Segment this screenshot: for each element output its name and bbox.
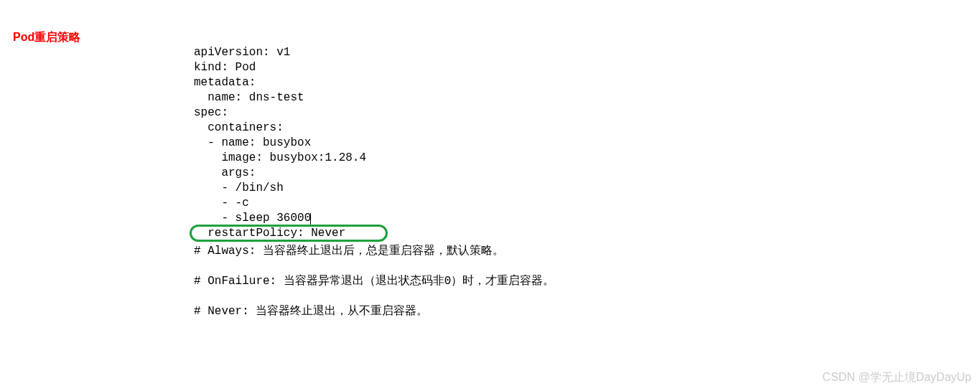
text-cursor [310,213,311,225]
yaml-code-block: apiVersion: v1 kind: Pod metadata: name:… [194,30,366,241]
yaml-line: - name: busybox [194,136,311,149]
comments-block: # Always: 当容器终止退出后，总是重启容器，默认策略。 # OnFail… [194,244,554,334]
yaml-line: args: [194,166,256,179]
yaml-line: name: dns-test [194,91,304,104]
comment-onfailure: # OnFailure: 当容器异常退出（退出状态码非0）时，才重启容器。 [194,274,554,289]
yaml-line: image: busybox:1.28.4 [194,151,366,164]
yaml-line: metadata: [194,76,256,89]
highlighted-yaml-line: restartPolicy: Never [194,226,345,241]
watermark-text: CSDN @学无止境DayDayUp [823,370,971,385]
yaml-line: - -c [194,197,249,209]
yaml-line: apiVersion: v1 [194,46,290,59]
section-heading: Pod重启策略 [13,30,80,45]
yaml-line: - sleep 36000 [194,212,311,225]
yaml-line: containers: [194,121,284,134]
yaml-line: spec: [194,106,228,119]
comment-never: # Never: 当容器终止退出，从不重启容器。 [194,304,554,319]
comment-always: # Always: 当容器终止退出后，总是重启容器，默认策略。 [194,244,554,259]
yaml-line: - /bin/sh [194,182,284,194]
yaml-line: kind: Pod [194,61,256,74]
